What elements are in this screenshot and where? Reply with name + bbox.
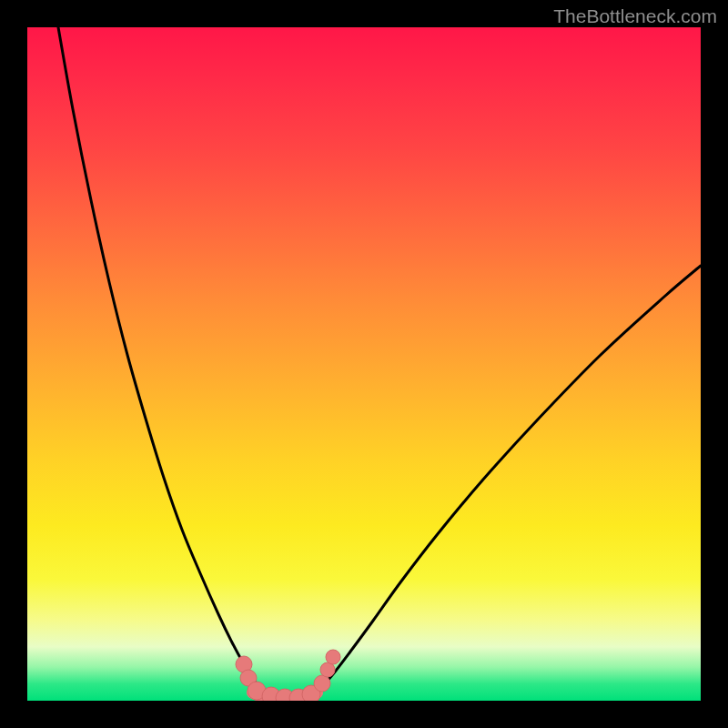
chart-frame: TheBottleneck.com [0, 0, 728, 728]
data-marker [326, 650, 340, 664]
chart-svg [27, 27, 701, 701]
data-markers-group [236, 650, 340, 701]
right-curve [309, 266, 701, 698]
watermark-text: TheBottleneck.com [553, 5, 717, 27]
data-marker [314, 675, 330, 692]
curves-group [58, 27, 701, 698]
left-curve [58, 27, 269, 698]
plot-area [27, 27, 701, 701]
